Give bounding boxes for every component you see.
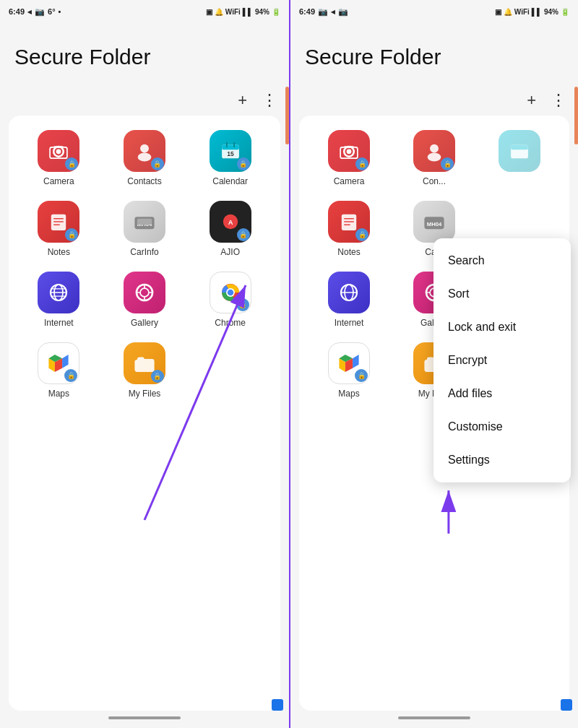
wifi-icon: WiFi — [225, 8, 241, 16]
app-gallery-left[interactable]: Gallery — [116, 272, 173, 328]
wifi-icon-right: WiFi — [514, 8, 530, 16]
calendar-label-left: Calendar — [212, 176, 248, 186]
time-left: 6:49 — [9, 7, 25, 16]
toolbar-right: + ⋮ — [290, 91, 578, 116]
status-right-left: ▣ 🔔 WiFi ▌▌ 94% 🔋 — [206, 8, 280, 16]
status-right-right: ▣ 🔔 WiFi ▌▌ 94% 🔋 — [495, 8, 569, 16]
app-chrome-left[interactable]: 🔒 Chrome — [202, 272, 259, 328]
myfiles-icon-left: 🔒 — [124, 342, 165, 384]
svg-point-40 — [430, 144, 439, 153]
ajio-icon-left: A 🔒 — [210, 201, 251, 243]
contacts-icon-left: 🔒 — [124, 130, 165, 172]
empty-icon-2-right — [499, 201, 540, 243]
app-carinfo-left[interactable]: MH04 CarInfo — [116, 201, 173, 257]
svg-point-41 — [428, 153, 441, 162]
camera-notify-icon: 📷 — [318, 7, 328, 17]
internet-label-right: Internet — [335, 318, 364, 328]
app-internet-right[interactable]: Internet — [320, 272, 378, 328]
lock-badge-contacts-left: 🔒 — [151, 157, 164, 170]
scroll-indicator-right — [574, 87, 578, 144]
folder-header-left: Secure Folder — [0, 23, 289, 91]
svg-point-5 — [138, 153, 152, 162]
svg-text:15: 15 — [227, 150, 234, 157]
notes-label-left: Notes — [48, 247, 70, 257]
menu-item-encrypt[interactable]: Encrypt — [434, 344, 571, 377]
svg-text:MH04: MH04 — [427, 221, 442, 228]
signal-icon-right: ▌▌ — [532, 8, 542, 16]
app-myfiles-left[interactable]: 🔒 My Files — [116, 342, 173, 399]
menu-item-lock-exit[interactable]: Lock and exit — [434, 311, 571, 344]
menu-item-customise[interactable]: Customise — [434, 410, 571, 443]
app-notes-right[interactable]: 🔒 Notes — [320, 201, 378, 257]
temp-icon: 6° — [48, 7, 56, 16]
contacts-label-left: Contacts — [127, 176, 161, 186]
svg-rect-17 — [137, 219, 152, 225]
home-indicator-right — [398, 716, 470, 719]
myfiles-label-left: My Files — [129, 389, 161, 399]
more-button-right[interactable]: ⋮ — [551, 91, 566, 110]
app-row-1-right: 🔒 Camera 🔒 Con... — [306, 130, 562, 186]
chrome-icon-left: 🔒 — [210, 272, 251, 313]
lock-badge-notes-left: 🔒 — [65, 228, 78, 241]
notes-icon-right: 🔒 — [328, 201, 370, 243]
home-indicator-left — [108, 716, 181, 719]
lock-badge-camera-right: 🔒 — [355, 157, 368, 170]
context-menu: Search Sort Lock and exit Encrypt Add fi… — [434, 238, 571, 482]
svg-rect-7 — [222, 145, 239, 150]
svg-point-26 — [140, 288, 149, 297]
menu-item-add-files[interactable]: Add files — [434, 377, 571, 410]
chrome-label-left: Chrome — [215, 318, 246, 328]
app-internet-left[interactable]: Internet — [30, 272, 87, 328]
internet-icon-right — [328, 272, 370, 313]
lock-badge-myfiles-left: 🔒 — [151, 370, 164, 383]
folder-title-left: Secure Folder — [14, 45, 275, 69]
lock-badge-camera-left: 🔒 — [65, 157, 78, 170]
app-row-2-left: 🔒 Notes MH04 CarInfo A — [16, 201, 273, 257]
app-contacts-right[interactable]: 🔒 Con... — [405, 130, 463, 186]
lock-badge-chrome-left: 🔒 — [236, 298, 249, 311]
lock-badge-contacts-right: 🔒 — [441, 157, 454, 170]
location-icon-right: ◂ — [331, 7, 335, 17]
internet-icon-left — [38, 272, 79, 313]
carinfo-icon-right: MH04 — [413, 201, 455, 243]
contacts-label-right: Con... — [423, 176, 446, 186]
camera-label-right: Camera — [334, 176, 365, 186]
ajio-label-left: AJIO — [220, 247, 240, 257]
add-button-right[interactable]: + — [527, 91, 536, 110]
right-phone-panel: 6:49 📷 ◂ 📷 ▣ 🔔 WiFi ▌▌ 94% 🔋 Secure Fold… — [289, 0, 578, 728]
lock-badge-ajio-left: 🔒 — [237, 228, 250, 241]
app-row-1-left: 🔒 Camera 🔒 Contacts — [16, 130, 273, 186]
alarm-icon-right: 🔔 — [504, 8, 512, 16]
maps-label-right: Maps — [338, 389, 359, 399]
app-calendar-left[interactable]: 15 🔒 Calendar — [202, 130, 259, 186]
battery-icon: 🔋 — [272, 8, 280, 16]
menu-item-sort[interactable]: Sort — [434, 277, 571, 311]
app-row-4-left: 🔒 Maps 🔒 My Files — [16, 342, 273, 399]
menu-item-search[interactable]: Search — [434, 244, 571, 277]
alarm-icon: 🔔 — [215, 8, 223, 16]
camera-icon-left: 🔒 — [38, 130, 79, 172]
location-icon: ◂ — [27, 7, 32, 17]
app-maps-right[interactable]: 🔒 Maps — [320, 342, 378, 399]
time-right: 6:49 — [299, 7, 315, 16]
lock-badge-maps-left: 🔒 — [64, 369, 77, 382]
app-camera-right[interactable]: 🔒 Camera — [320, 130, 378, 186]
notes-icon-left: 🔒 — [38, 201, 79, 243]
app-ajio-left[interactable]: A 🔒 AJIO — [202, 201, 259, 257]
more-button-left[interactable]: ⋮ — [262, 91, 277, 110]
app-calendar-right — [491, 130, 548, 186]
menu-item-settings[interactable]: Settings — [434, 443, 571, 477]
notification-icon: 📷 — [35, 7, 45, 17]
camera-icon-right: 🔒 — [328, 130, 370, 172]
bottom-bar-right — [290, 711, 578, 728]
battery-icon-right: 🔋 — [561, 8, 569, 16]
app-notes-left[interactable]: 🔒 Notes — [30, 201, 87, 257]
app-maps-left[interactable]: 🔒 Maps — [30, 342, 87, 399]
add-button-left[interactable]: + — [238, 91, 247, 110]
app-camera-left[interactable]: 🔒 Camera — [30, 130, 87, 186]
contacts-icon-right: 🔒 — [413, 130, 455, 172]
app-contacts-left[interactable]: 🔒 Contacts — [116, 130, 173, 186]
lock-badge-notes-right: 🔒 — [355, 228, 368, 241]
lock-badge-maps-right: 🔒 — [355, 369, 368, 382]
corner-badge-left — [272, 699, 283, 711]
